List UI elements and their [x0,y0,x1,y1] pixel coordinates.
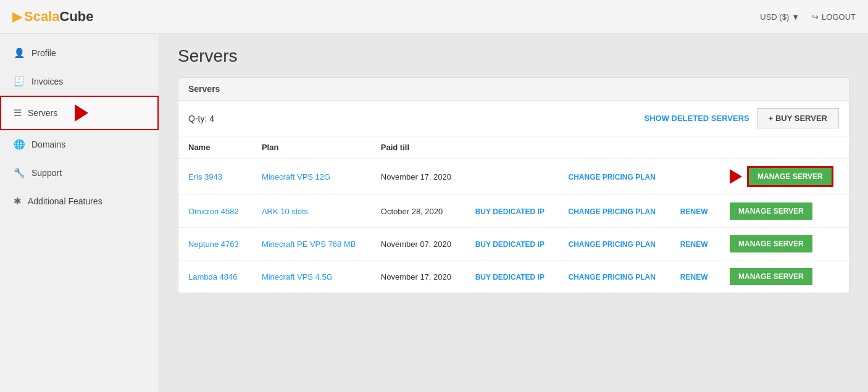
server-paid-till: November 17, 2020 [371,159,465,195]
sidebar: 👤 Profile 🧾 Invoices ☰ Servers 🌐 Domains… [0,34,159,392]
server-manage: MANAGE SERVER [720,195,849,228]
sidebar-item-support[interactable]: 🔧 Support [0,159,159,187]
logout-button[interactable]: ↪ LOGOUT [812,12,856,22]
server-plan-link[interactable]: Minecraft VPS 4.5G [262,272,333,281]
server-change-pricing: CHANGE PRICING PLAN [559,159,670,195]
layout: 👤 Profile 🧾 Invoices ☰ Servers 🌐 Domains… [0,34,868,392]
server-change-pricing: CHANGE PRICING PLAN [559,195,670,228]
server-name: Eris 3943 [178,159,252,195]
buy-server-button[interactable]: + BUY SERVER [757,108,839,128]
server-manage: MANAGE SERVER [720,159,849,195]
server-name-link[interactable]: Neptune 4763 [188,240,239,249]
logout-icon: ↪ [812,12,819,22]
server-renew [670,159,720,195]
buy-dedicated-ip-link[interactable]: BUY DEDICATED IP [475,207,545,216]
server-renew: RENEW [670,228,720,261]
sidebar-label-domains: Domains [31,140,65,149]
manage-server-button[interactable]: MANAGE SERVER [730,268,812,285]
server-buy-dedicated-ip: BUY DEDICATED IP [465,195,559,228]
currency-selector[interactable]: USD ($) ▼ [760,12,799,22]
logo-cube: Cube [60,9,94,24]
renew-link[interactable]: RENEW [680,273,708,281]
renew-link[interactable]: RENEW [680,207,708,216]
servers-arrow-icon [75,104,88,122]
profile-icon: 👤 [14,48,25,59]
server-name: Omicron 4582 [178,195,252,228]
sidebar-label-servers: Servers [28,108,57,118]
logo: ▶ScalaCube [12,9,94,25]
manage-server-button[interactable]: MANAGE SERVER [730,235,812,252]
qty-row: Q-ty: 4 SHOW DELETED SERVERS + BUY SERVE… [178,101,849,136]
invoices-icon: 🧾 [14,76,25,87]
logo-scala: ▶Scala [12,9,60,24]
card-header: Servers [178,78,849,101]
sidebar-label-profile: Profile [31,48,56,58]
sidebar-item-domains[interactable]: 🌐 Domains [0,130,159,159]
renew-link[interactable]: RENEW [680,240,708,249]
sidebar-item-servers[interactable]: ☰ Servers [0,96,159,130]
additional-features-icon: ✱ [14,196,22,207]
main-content: Servers Servers Q-ty: 4 SHOW DELETED SER… [159,34,868,392]
server-paid-till: November 07, 2020 [371,228,465,261]
server-name-link[interactable]: Lambda 4846 [188,272,238,281]
server-change-pricing: CHANGE PRICING PLAN [559,261,670,293]
chevron-down-icon: ▼ [791,12,799,22]
table-row: Eris 3943 Minecraft VPS 12G November 17,… [178,159,849,195]
page-title: Servers [178,46,849,66]
server-paid-till: November 17, 2020 [371,261,465,293]
server-paid-till: October 28, 2020 [371,195,465,228]
change-pricing-link[interactable]: CHANGE PRICING PLAN [569,207,656,216]
server-change-pricing: CHANGE PRICING PLAN [559,228,670,261]
manage-server-button[interactable]: MANAGE SERVER [730,202,812,220]
server-plan-link[interactable]: Minecraft PE VPS 768 MB [262,240,356,249]
col-actions-3 [670,136,720,159]
server-manage: MANAGE SERVER [720,261,849,293]
server-renew: RENEW [670,261,720,293]
server-name-link[interactable]: Omicron 4582 [188,207,239,216]
col-actions-1 [465,136,559,159]
qty-actions: SHOW DELETED SERVERS + BUY SERVER [645,108,840,128]
support-icon: 🔧 [14,167,25,178]
server-buy-dedicated-ip [465,159,559,195]
col-paid-till: Paid till [371,136,465,159]
servers-card: Servers Q-ty: 4 SHOW DELETED SERVERS + B… [178,77,849,293]
sidebar-item-invoices[interactable]: 🧾 Invoices [0,67,159,96]
server-plan-link[interactable]: Minecraft VPS 12G [262,172,330,181]
sidebar-label-support: Support [31,168,62,178]
table-header-row: Name Plan Paid till [178,136,849,159]
qty-label: Q-ty: 4 [188,114,214,123]
domains-icon: 🌐 [14,139,25,150]
sidebar-item-additional-features[interactable]: ✱ Additional Features [0,187,159,215]
sidebar-label-invoices: Invoices [31,77,63,86]
servers-table: Name Plan Paid till Eris 3943 [178,136,849,293]
server-manage: MANAGE SERVER [720,228,849,261]
table-row: Lambda 4846 Minecraft VPS 4.5G November … [178,261,849,293]
change-pricing-link[interactable]: CHANGE PRICING PLAN [569,173,656,181]
table-row: Neptune 4763 Minecraft PE VPS 768 MB Nov… [178,228,849,261]
server-buy-dedicated-ip: BUY DEDICATED IP [465,261,559,293]
sidebar-item-profile[interactable]: 👤 Profile [0,39,159,67]
header-right: USD ($) ▼ ↪ LOGOUT [760,12,856,22]
buy-dedicated-ip-link[interactable]: BUY DEDICATED IP [475,240,545,249]
change-pricing-link[interactable]: CHANGE PRICING PLAN [569,240,656,249]
server-name: Neptune 4763 [178,228,252,261]
col-actions-2 [559,136,670,159]
col-name: Name [178,136,252,159]
server-name: Lambda 4846 [178,261,252,293]
buy-dedicated-ip-link[interactable]: BUY DEDICATED IP [475,273,545,281]
currency-label: USD ($) [760,12,789,22]
col-plan: Plan [252,136,371,159]
server-plan-link[interactable]: ARK 10 slots [262,207,308,216]
change-pricing-link[interactable]: CHANGE PRICING PLAN [569,273,656,281]
manage-arrow-icon [730,169,742,184]
server-plan: ARK 10 slots [252,195,371,228]
header: ▶ScalaCube USD ($) ▼ ↪ LOGOUT [0,0,868,34]
manage-server-button[interactable]: MANAGE SERVER [747,166,833,187]
server-plan: Minecraft VPS 4.5G [252,261,371,293]
server-name-link[interactable]: Eris 3943 [188,172,222,181]
logout-label: LOGOUT [822,12,856,22]
servers-icon: ☰ [14,107,22,119]
sidebar-label-additional-features: Additional Features [28,196,102,206]
show-deleted-button[interactable]: SHOW DELETED SERVERS [645,114,749,123]
server-plan: Minecraft PE VPS 768 MB [252,228,371,261]
